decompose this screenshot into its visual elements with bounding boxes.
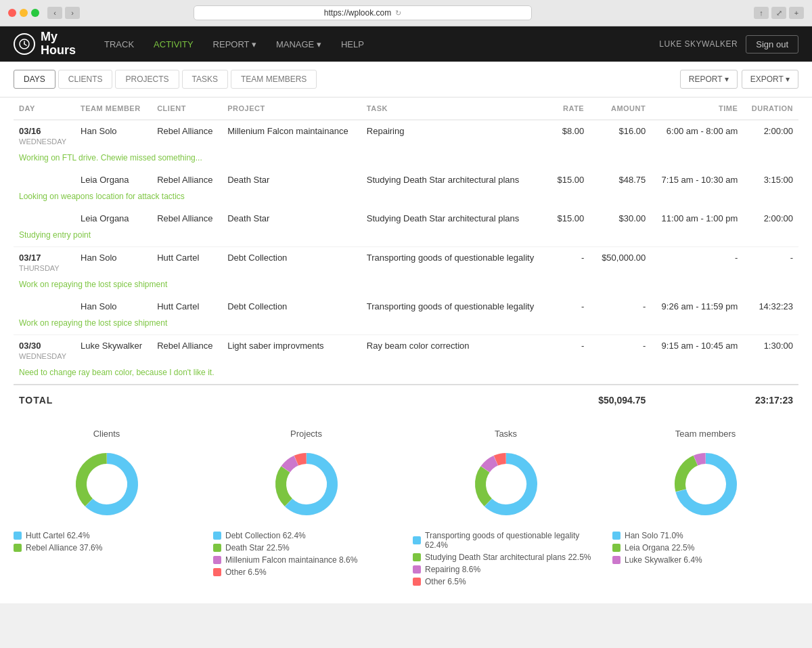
new-tab-button[interactable]: + — [789, 7, 804, 19]
table-cell: $50,000.00 — [589, 247, 651, 279]
table-cell: $8.00 — [549, 120, 589, 152]
legend-item: Rebel Alliance 37.6% — [14, 543, 200, 553]
nav-links: TRACK ACTIVITY REPORT ▾ MANAGE ▾ HELP — [96, 35, 659, 53]
nav-track[interactable]: TRACK — [96, 35, 142, 53]
donut-segment — [696, 458, 706, 460]
address-bar[interactable]: https://wplook.com ↻ — [194, 5, 532, 20]
chart-legend: Debt Collection 62.4%Death Star 22.5%Mil… — [213, 531, 399, 580]
back-button[interactable]: ‹ — [47, 7, 62, 19]
legend-color — [612, 532, 621, 540]
row-weekday: WEDNESDAY — [19, 352, 66, 360]
legend-color — [413, 536, 421, 544]
chart-legend: Transporting goods of questionable legal… — [413, 531, 599, 589]
table-cell: 14:32:23 — [743, 296, 798, 317]
table-cell: 3:15:00 — [743, 169, 798, 190]
table-cell: Rebel Alliance — [152, 208, 222, 229]
note-row: Studying entry point — [14, 229, 798, 247]
legend-label: Han Solo 71.0% — [625, 531, 683, 540]
table-cell: Rebel Alliance — [152, 169, 222, 190]
tab-tasks[interactable]: TASKS — [182, 70, 228, 89]
chart-card-3: Team membersHan Solo 71.0%Leia Organa 22… — [612, 429, 798, 589]
share-button[interactable]: ↑ — [754, 7, 769, 19]
nav-activity[interactable]: ACTIVITY — [145, 35, 202, 53]
legend-label: Leia Organa 22.5% — [625, 543, 694, 553]
table-cell: - — [549, 247, 589, 279]
logo: MyHours — [14, 30, 76, 58]
legend-label: Luke Skywalker 6.4% — [625, 555, 702, 565]
nav-report[interactable]: REPORT ▾ — [205, 35, 265, 53]
tab-projects[interactable]: PROJECTS — [115, 70, 179, 89]
chart-card-2: TasksTransporting goods of questionable … — [413, 429, 599, 589]
legend-item: Millenium Falcon maintainance 8.6% — [213, 555, 399, 565]
donut-segment — [480, 469, 488, 502]
legend-item: Leia Organa 22.5% — [612, 543, 798, 553]
legend-item: Other 6.5% — [213, 567, 399, 577]
tab-clients[interactable]: CLIENTS — [58, 70, 113, 89]
chart-card-1: ProjectsDebt Collection 62.4%Death Star … — [213, 429, 399, 589]
header-task: TASK — [361, 98, 549, 120]
table-cell: 11:00 am - 1:00 pm — [651, 208, 743, 229]
legend-color — [213, 544, 221, 552]
note-row: Working on FTL drive. Chewie missed some… — [14, 152, 798, 169]
refresh-icon[interactable]: ↻ — [395, 9, 401, 18]
tab-team-members[interactable]: TEAM MEMBERS — [231, 70, 317, 89]
table-container: DAY TEAM MEMBER CLIENT PROJECT TASK RATE… — [0, 98, 812, 415]
row-day: 03/17 — [19, 253, 41, 263]
table-row: 03/17THURSDAYHan SoloHutt CartelDebt Col… — [14, 247, 798, 279]
donut-svg — [269, 447, 344, 521]
table-row: Han SoloHutt CartelDebt CollectionTransp… — [14, 296, 798, 317]
table-cell: Han Solo — [75, 296, 152, 317]
table-cell: Death Star — [222, 208, 361, 229]
legend-color — [612, 544, 621, 552]
browser-chrome: ‹ › https://wplook.com ↻ ↑ ⤢ + — [0, 0, 812, 26]
chart-title: Team members — [675, 429, 736, 439]
row-day: 03/30 — [19, 341, 41, 351]
legend-label: Hutt Cartel 62.4% — [26, 531, 90, 540]
legend-label: Other 6.5% — [225, 567, 267, 577]
legend-item: Hutt Cartel 62.4% — [14, 531, 200, 540]
table-cell: Han Solo — [75, 247, 152, 279]
table-cell: - — [743, 247, 798, 279]
nav-help[interactable]: HELP — [333, 35, 372, 53]
note-row: Work on repaying the lost spice shipment — [14, 317, 798, 335]
legend-color — [14, 544, 22, 552]
table-cell: Ray beam color correction — [361, 335, 549, 367]
tab-actions: REPORT ▾ EXPORT ▾ — [680, 70, 798, 89]
donut-chart — [70, 447, 144, 521]
row-weekday: THURSDAY — [19, 264, 60, 272]
table-cell: Leia Organa — [75, 169, 152, 190]
donut-chart — [269, 447, 344, 521]
tab-days[interactable]: DAYS — [14, 70, 55, 89]
forward-button[interactable]: › — [65, 7, 80, 19]
chart-title: Clients — [93, 429, 120, 439]
table-cell: 9:15 am - 10:45 am — [651, 335, 743, 367]
donut-svg — [469, 447, 543, 521]
legend-label: Millenium Falcon maintainance 8.6% — [225, 555, 357, 565]
fullscreen-button[interactable]: ⤢ — [771, 7, 786, 19]
table-cell: - — [549, 296, 589, 317]
table-cell: Leia Organa — [75, 208, 152, 229]
table-cell: Luke Skywalker — [75, 335, 152, 367]
table-cell: $48.75 — [589, 169, 651, 190]
legend-color — [213, 556, 221, 564]
header-client: CLIENT — [152, 98, 222, 120]
sign-out-button[interactable]: Sign out — [746, 35, 798, 53]
table-cell: 9:26 am - 11:59 pm — [651, 296, 743, 317]
nav-manage[interactable]: MANAGE ▾ — [268, 35, 330, 53]
donut-segment — [286, 460, 296, 469]
table-cell: Transporting goods of questionable legal… — [361, 247, 549, 279]
report-button[interactable]: REPORT ▾ — [680, 70, 738, 89]
total-duration: 23:17:23 — [743, 385, 798, 415]
row-day: 03/16 — [19, 126, 41, 136]
legend-item: Transporting goods of questionable legal… — [413, 531, 599, 550]
chart-title: Projects — [290, 429, 322, 439]
table-cell: 1:30:00 — [743, 335, 798, 367]
legend-item: Death Star 22.5% — [213, 543, 399, 553]
table-cell: Debt Collection — [222, 247, 361, 279]
table-cell: Repairing — [361, 120, 549, 152]
table-row: 03/30WEDNESDAYLuke SkywalkerRebel Allian… — [14, 335, 798, 367]
legend-color — [213, 568, 221, 576]
table-cell: Rebel Alliance — [152, 120, 222, 152]
donut-segment — [495, 458, 505, 460]
export-button[interactable]: EXPORT ▾ — [742, 70, 798, 89]
